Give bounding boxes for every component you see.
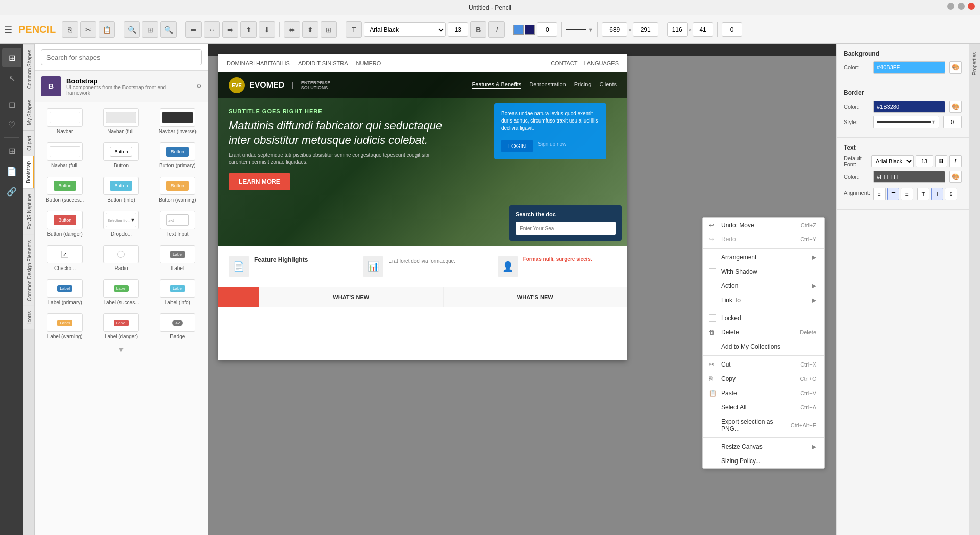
link-icon[interactable]: 🔗 (2, 182, 21, 201)
distribute-h-button[interactable]: ⬌ (284, 21, 300, 38)
cm-redo[interactable]: ↪ Redo Ctrl+Y (703, 232, 824, 247)
cm-export-png[interactable]: Export selection as PNG... Ctrl+Alt+E (703, 415, 824, 436)
font-size-input[interactable] (448, 22, 468, 37)
bold-button[interactable]: B (470, 21, 486, 38)
cm-with-shadow[interactable]: With Shadow (703, 264, 824, 279)
scroll-down-indicator[interactable]: ▼ (39, 342, 204, 358)
cm-link-to[interactable]: Link To ▶ (703, 293, 824, 307)
cut-button[interactable]: ✂ (80, 21, 96, 38)
text-format-button[interactable]: T (346, 21, 362, 38)
select-tool[interactable]: ↖ (2, 68, 21, 88)
minimize-button[interactable] (947, 3, 954, 10)
shape-dropdown[interactable]: Selection fro... ▼ Dropdo... (95, 209, 147, 239)
cm-cut[interactable]: ✂ Cut Ctrl+X (703, 357, 824, 372)
canvas-area[interactable]: DOMINARI HABITABILIS ADDIDIT SINISTRA NU… (208, 44, 836, 535)
align-right-button[interactable]: ≡ (901, 188, 913, 200)
shape-navbar-white[interactable]: Navbar (39, 106, 91, 136)
zoom-out-button[interactable]: 🔍 (124, 21, 140, 38)
text-color-picker-button[interactable]: 🎨 (949, 171, 962, 183)
shape-button-info[interactable]: Button Button (info) (95, 175, 147, 205)
vtab-clipart[interactable]: Clipart (23, 130, 34, 156)
shape-label-success[interactable]: Label Label (succes... (95, 277, 147, 307)
text-color-box[interactable] (513, 25, 524, 35)
shape-button-danger[interactable]: Button Button (danger) (39, 209, 91, 239)
width-input[interactable] (602, 22, 627, 37)
vtab-bootstrap[interactable]: Bootstrap (23, 156, 34, 188)
border-width-input[interactable]: 0 (943, 116, 962, 128)
properties-label[interactable]: Properties (970, 48, 979, 80)
my-shapes-icon[interactable]: ♡ (2, 115, 21, 134)
bootstrap-settings-icon[interactable]: ⚙ (196, 83, 202, 90)
align-right-button[interactable]: ➡ (222, 21, 238, 38)
fill-color-box[interactable] (525, 25, 535, 35)
shape-radio[interactable]: Radio (95, 243, 147, 273)
menu-button[interactable]: ☰ (4, 24, 12, 35)
shape-label-gray[interactable]: Label Label (152, 243, 204, 273)
align-middle-button[interactable]: ⊥ (931, 188, 943, 200)
clipart-icon[interactable]: ⊞ (2, 141, 21, 160)
shapes-icon[interactable]: ◻ (2, 94, 21, 114)
cm-add-to-collections[interactable]: Add to My Collections (703, 339, 824, 354)
cm-sizing-policy[interactable]: Sizing Policy... (703, 454, 824, 468)
bg-color-picker-button[interactable]: 🎨 (949, 61, 962, 74)
signup-link[interactable]: Sign up now (538, 141, 566, 147)
zoom-fit-button[interactable]: ⊞ (142, 21, 158, 38)
zoom-in-button[interactable]: 🔍 (160, 21, 177, 38)
align-bottom-button[interactable]: ⬇ (259, 21, 275, 38)
font-family-select[interactable]: Arial Black (364, 22, 446, 37)
shape-badge[interactable]: 42 Badge (152, 311, 204, 342)
italic-button[interactable]: I (488, 21, 505, 38)
vtab-extjs[interactable]: Ext JS Neptune (23, 188, 34, 234)
shape-button-primary[interactable]: Button Button (primary) (152, 140, 204, 171)
pos-x-input[interactable] (667, 22, 688, 37)
align-bottom-button[interactable]: ↧ (945, 188, 957, 200)
shape-button-default[interactable]: Button Button (95, 140, 147, 171)
text-color-field[interactable]: #FFFFFF (873, 171, 945, 183)
search-input[interactable] (41, 49, 202, 65)
hero-cta-button[interactable]: LEARN MORE (229, 173, 290, 190)
shape-label-danger[interactable]: Label Label (danger) (95, 311, 147, 342)
vtab-my-shapes[interactable]: My Shapes (23, 94, 34, 130)
cm-action[interactable]: Action ▶ (703, 279, 824, 293)
maximize-button[interactable] (958, 3, 965, 10)
align-center-button[interactable]: ↔ (204, 21, 220, 38)
cm-copy[interactable]: ⎘ Copy Ctrl+C (703, 372, 824, 386)
shape-text-input[interactable]: text Text Input (152, 209, 204, 239)
vtab-design-elements[interactable]: Common Design Elements (23, 235, 34, 306)
shape-navbar-full[interactable]: Navbar (full- (95, 106, 147, 136)
cm-paste[interactable]: 📋 Paste Ctrl+V (703, 386, 824, 400)
align-top-button[interactable]: ⊤ (917, 188, 929, 200)
height-input[interactable] (633, 22, 658, 37)
shape-label-primary[interactable]: Label Label (primary) (39, 277, 91, 307)
vtab-common-shapes[interactable]: Common Shapes (23, 44, 34, 94)
page-icon[interactable]: 📄 (2, 161, 21, 181)
bg-color-field[interactable]: #40B3FF (873, 61, 945, 74)
italic-text-button[interactable]: I (949, 155, 962, 167)
pos-y-input[interactable] (693, 22, 713, 37)
shapes-panel-toggle[interactable]: ⊞ (2, 48, 21, 67)
opacity-input[interactable] (537, 22, 557, 37)
cm-delete[interactable]: 🗑 Delete Delete (703, 325, 824, 339)
align-center-button[interactable]: ☰ (887, 188, 899, 200)
feature-link-3[interactable]: Formas nulli, surgere siccis. (523, 256, 592, 262)
font-select[interactable]: Arial Black (871, 155, 914, 167)
distribute-equal-button[interactable]: ⊞ (321, 21, 337, 38)
cm-undo[interactable]: ↩ Undo: Move Ctrl+Z (703, 218, 824, 232)
shape-button-warning[interactable]: Button Button (warning) (152, 175, 204, 205)
shape-button-success[interactable]: Button Button (succes... (39, 175, 91, 205)
paste-button[interactable]: 📋 (99, 21, 115, 38)
border-color-field[interactable]: #1B3280 (873, 101, 945, 113)
login-button[interactable]: LOGIN (501, 140, 533, 152)
shape-navbar-full2[interactable]: Navbar (full- (39, 140, 91, 171)
close-button[interactable] (968, 3, 975, 10)
font-size-display[interactable]: 13 (916, 155, 933, 167)
shape-checkbox[interactable]: ✓ Checkb... (39, 243, 91, 273)
shape-navbar-inverse[interactable]: Navbar (inverse) (152, 106, 204, 136)
border-color-picker-button[interactable]: 🎨 (949, 101, 962, 113)
cm-arrangement[interactable]: Arrangement ▶ (703, 250, 824, 264)
align-left-button[interactable]: ≡ (873, 188, 886, 200)
cm-select-all[interactable]: Select All Ctrl+A (703, 400, 824, 415)
cm-resize-canvas[interactable]: Resize Canvas ▶ (703, 440, 824, 454)
cm-locked[interactable]: Locked (703, 311, 824, 325)
copy-button[interactable]: ⎘ (62, 21, 78, 38)
